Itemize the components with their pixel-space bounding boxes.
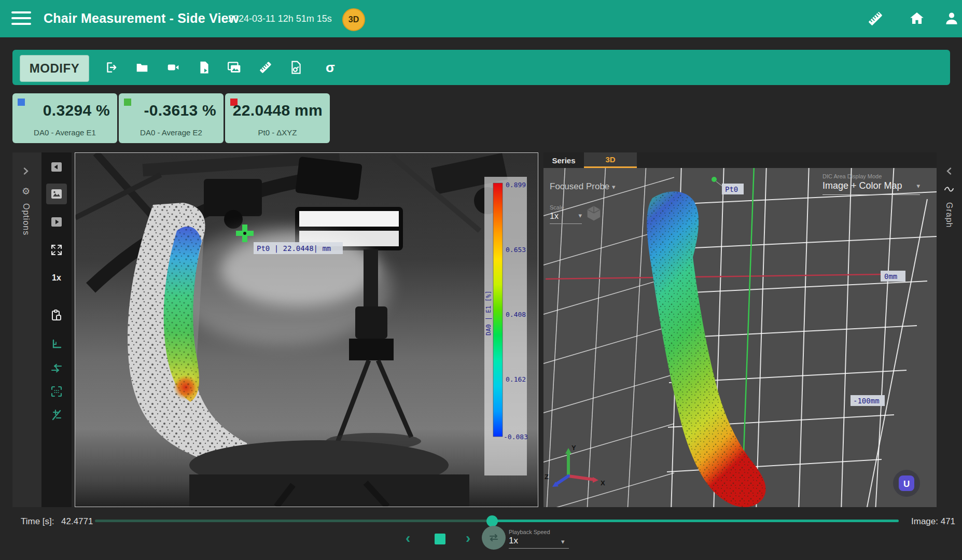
depth-chip-0mm: 0mm [881,271,905,282]
depth-chip-minus100mm: -100mm [851,395,885,406]
image-counter: Image: 471 [911,516,955,527]
view-tools-rail: 1x [41,152,72,507]
colorbar-tick: -0.083 [504,433,528,441]
next-frame-icon[interactable] [46,212,67,232]
copy-snapshot-icon[interactable] [46,305,67,326]
tab-series[interactable]: Series [543,152,584,168]
playback-speed-label: Playback Speed [509,529,550,535]
focused-probe-dropdown[interactable]: Focused Probe ▾ [550,181,616,192]
main-toolbar: MODIFY σ [12,50,950,85]
image-gallery-icon[interactable] [222,55,246,79]
graph-label: Graph [944,202,954,228]
metric-value: 22.0448 mm [233,102,323,119]
options-panel-strip: ⚙ Options [12,152,41,507]
options-label: Options [21,203,31,235]
camera-image-view[interactable]: Pt0 | 22.0448| mm 0.899 0.653 0.408 0.16… [75,152,538,507]
chevron-down-icon: ▾ [578,212,582,219]
loop-playback-button[interactable] [482,526,506,550]
point-chip-label: Pt0 [725,185,738,193]
scale-dropdown[interactable]: 1x ▾ [550,212,582,224]
wave-icon [944,186,954,195]
export-icon[interactable] [99,55,123,79]
ruler-icon[interactable] [254,55,277,79]
metric-label: Pt0 - ΔXYZ [225,128,330,137]
metric-label: DA0 - Average E1 [12,128,117,137]
app-header: Chair Measurement - Side View 2024-03-11… [0,0,962,37]
chevron-down-icon: ▾ [612,183,616,191]
time-label: Time [s]: [21,516,54,527]
svg-text:-100mm: -100mm [853,397,880,405]
video-icon[interactable] [161,55,185,79]
svg-text:0mm: 0mm [884,272,897,281]
axis-origin-icon[interactable] [46,334,67,355]
tab-3d[interactable]: 3D [584,152,637,168]
right-panel-tabs: Series 3D [543,152,937,168]
stop-button[interactable] [435,534,445,544]
metric-label: DA0 - Average E2 [119,128,224,137]
metric-card-dxyz: 22.0448 mm Pt0 - ΔXYZ [225,93,330,143]
probe-label: Pt0 | 22.0448| mm [257,244,331,253]
display-mode-dropdown[interactable]: DIC Area Display Mode Image + Color Map … [822,173,920,195]
region-select-icon[interactable] [46,381,67,402]
zoom-1x-button[interactable]: 1x [46,268,67,288]
previous-frame-icon[interactable] [46,157,67,177]
point-marker-3d[interactable] [712,177,717,182]
colorbar-tick: 0.162 [506,375,526,383]
display-mode-label: DIC Area Display Mode [822,173,920,179]
time-value: 42.4771 [61,516,93,527]
swap-direction-icon[interactable] [46,358,67,379]
fit-view-icon[interactable] [46,240,67,260]
image-view-icon[interactable] [46,184,67,204]
camera-scene: Pt0 | 22.0448| mm 0.899 0.653 0.408 0.16… [75,153,538,507]
report-file-icon[interactable] [284,55,308,79]
3d-badge: 3D [342,8,365,31]
point-chip: Pt0 [722,184,744,194]
colorbar-tick: 0.408 [506,311,526,318]
timeline-thumb[interactable] [486,515,498,527]
plus-minus-icon[interactable] [46,404,67,425]
metric-card-e2: -0.3613 % DA0 - Average E2 [119,93,224,143]
metric-value: 0.3294 % [43,102,110,119]
series-color-swatch [18,99,25,106]
repeat-icon [487,533,500,543]
user-icon[interactable] [941,8,962,29]
file-icon[interactable] [192,55,216,79]
axis-y-label: Y [571,444,576,452]
next-image-button[interactable]: › [466,531,470,545]
colorbar-legend: 0.899 0.653 0.408 0.162 -0.083 DA0 | E1 … [484,177,528,475]
gear-icon[interactable]: ⚙ [22,187,30,196]
playback-speed-dropdown[interactable]: 1x [509,536,569,549]
measure-ruler-icon[interactable] [865,8,886,29]
chevron-down-icon: ▾ [916,182,920,190]
metric-value: -0.3613 % [144,102,216,119]
graph-panel-strip: Graph [937,152,962,507]
timeline-slider[interactable] [95,520,899,522]
scene-3d: Pt0 0mm -100mm Y X Z U [543,168,937,507]
folder-icon[interactable] [130,55,154,79]
axis-x-label: X [601,479,605,487]
expand-graph-icon[interactable] [945,167,953,177]
home-icon[interactable] [907,8,927,29]
chevron-down-icon: ▾ [561,538,565,545]
probe-label-chip: Pt0 | 22.0448| mm [254,242,343,254]
modify-button[interactable]: MODIFY [20,55,89,82]
colorbar-tick: 0.653 [506,246,526,254]
page-title: Chair Measurement - Side View [44,11,239,26]
colorbar-tick: 0.899 [506,181,526,189]
scale-label: Scale [550,204,564,211]
measurement-timestamp: 2024-03-11 12h 51m 15s [228,13,332,24]
axis-z-label: Z [545,473,549,481]
viewport-3d[interactable]: Pt0 0mm -100mm Y X Z U Focused Probe ▾ S… [543,168,937,507]
brand-logo-button[interactable]: U [893,470,920,497]
expand-options-icon[interactable] [22,167,30,177]
menu-icon[interactable] [11,11,31,26]
timeline-track-remaining [492,520,899,522]
cube-3d-icon[interactable] [586,205,602,224]
previous-image-button[interactable]: ‹ [406,531,410,545]
metric-card-e1: 0.3294 % DA0 - Average E1 [12,93,117,143]
colorbar-title: DA0 | E1 [%] [485,290,492,335]
series-color-swatch [124,99,131,106]
sigma-icon[interactable]: σ [318,55,342,79]
logo-letter: U [903,479,910,489]
